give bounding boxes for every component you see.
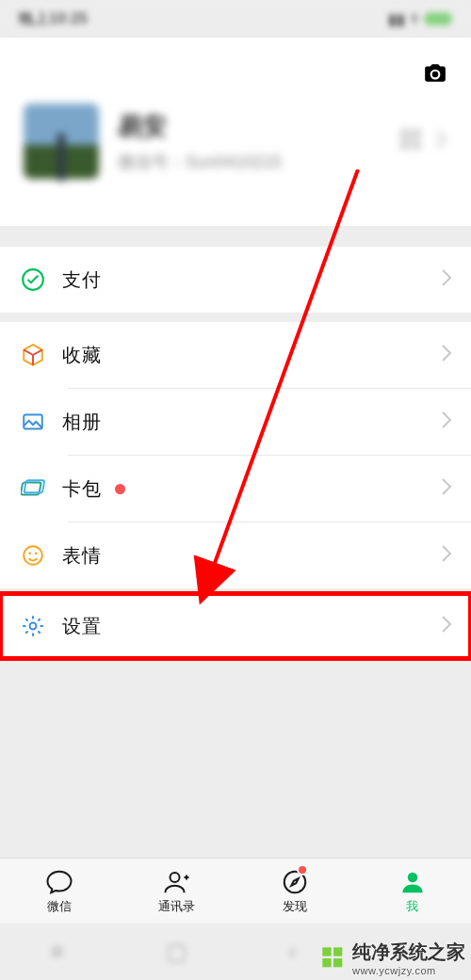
watermark-url: www.ycwjzy.com (352, 965, 465, 976)
tab-label: 发现 (283, 898, 307, 915)
svg-point-10 (28, 553, 31, 555)
tab-label: 微信 (47, 898, 72, 915)
svg-rect-19 (322, 958, 331, 967)
menu-item-settings[interactable]: 设置 (0, 593, 471, 659)
chevron-right-icon (441, 615, 452, 637)
chevron-right-icon (441, 477, 452, 500)
menu-label: 表情 (62, 543, 102, 569)
chevron-right-icon (434, 129, 447, 153)
svg-point-9 (24, 546, 42, 565)
menu-group-main: 收藏 相册 卡包 表情 (0, 322, 471, 588)
svg-point-16 (407, 872, 417, 882)
unread-dot (115, 484, 125, 494)
smile-icon (21, 543, 62, 568)
tab-me[interactable]: 我 (353, 859, 471, 924)
watermark: 纯净系统之家 www.ycwjzy.com (320, 940, 465, 976)
svg-point-11 (35, 553, 38, 555)
tab-discover[interactable]: 发现 (236, 859, 353, 924)
tab-label: 我 (406, 898, 418, 915)
gear-icon (21, 614, 62, 638)
watermark-logo-icon (320, 945, 347, 972)
svg-rect-4 (416, 145, 419, 148)
signal-icon: ▮▮ (388, 10, 405, 28)
chat-icon (45, 868, 73, 896)
menu-item-favorites[interactable]: 收藏 (0, 322, 471, 388)
cube-icon (21, 343, 62, 367)
unread-dot (297, 864, 308, 876)
menu-group-settings: 设置 (0, 593, 471, 659)
svg-rect-0 (402, 131, 408, 137)
svg-rect-3 (414, 142, 416, 145)
svg-rect-2 (402, 142, 408, 148)
svg-point-12 (30, 623, 37, 630)
back-icon[interactable]: ‹ (288, 939, 296, 965)
recent-apps-icon[interactable]: ≡ (51, 939, 64, 965)
wifi-icon: ◊ (411, 10, 418, 27)
wallet-icon (21, 476, 62, 501)
chevron-right-icon (441, 544, 452, 567)
qr-icon[interactable] (400, 129, 421, 153)
chevron-right-icon (441, 410, 452, 433)
menu-label: 支付 (62, 267, 102, 293)
chevron-right-icon (441, 344, 452, 366)
status-bar: 晚上10:25 ▮▮ ◊ (0, 0, 471, 38)
tab-chat[interactable]: 微信 (0, 859, 118, 924)
menu-item-album[interactable]: 相册 (0, 389, 471, 455)
profile-text: 易安 微信号：Sun0410215 (118, 110, 282, 173)
menu-label: 设置 (62, 614, 102, 639)
tab-contacts[interactable]: 通讯录 (118, 859, 236, 924)
status-indicators: ▮▮ ◊ (388, 10, 452, 28)
menu-label: 相册 (62, 410, 102, 435)
contacts-icon (163, 868, 191, 896)
menu-label: 卡包 (62, 476, 102, 502)
profile-name: 易安 (118, 110, 282, 143)
camera-icon[interactable] (423, 61, 447, 89)
watermark-title: 纯净系统之家 (352, 940, 465, 965)
pay-icon (21, 267, 62, 292)
profile-row[interactable]: 易安 微信号：Sun0410215 (24, 104, 447, 179)
menu-item-cards[interactable]: 卡包 (0, 456, 471, 522)
battery-icon (424, 12, 452, 25)
person-icon (398, 868, 427, 896)
menu-group-pay: 支付 (0, 247, 471, 313)
chevron-right-icon (441, 268, 452, 291)
menu-item-pay[interactable]: 支付 (0, 247, 471, 313)
profile-wxid: 微信号：Sun0410215 (118, 151, 282, 173)
menu-label: 收藏 (62, 343, 102, 368)
status-time: 晚上10:25 (19, 9, 88, 29)
home-icon[interactable]: ▢ (166, 939, 187, 965)
profile-header: 易安 微信号：Sun0410215 (0, 38, 471, 226)
picture-icon (21, 410, 62, 434)
svg-rect-1 (414, 131, 419, 137)
svg-rect-20 (333, 958, 342, 967)
avatar[interactable] (24, 104, 99, 179)
tab-label: 通讯录 (158, 898, 195, 915)
svg-rect-17 (322, 947, 331, 956)
svg-rect-6 (24, 414, 42, 428)
menu-item-stickers[interactable]: 表情 (0, 522, 471, 588)
svg-rect-18 (333, 947, 342, 956)
svg-point-14 (170, 873, 179, 882)
tab-bar: 微信 通讯录 发现 我 (0, 858, 471, 924)
